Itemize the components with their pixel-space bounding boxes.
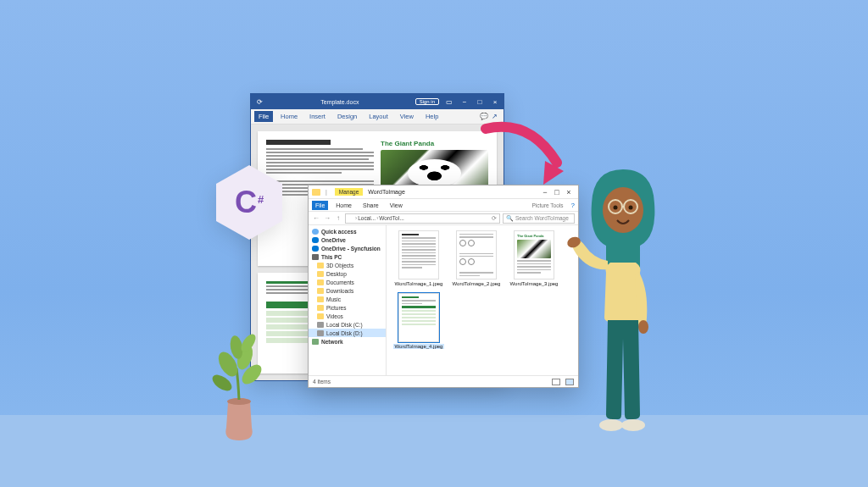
tree-item-3d-objects[interactable]: 3D Objects bbox=[309, 261, 386, 269]
breadcrumb-segment-2[interactable]: WordToI... bbox=[379, 215, 404, 221]
tree-network[interactable]: Network bbox=[309, 337, 386, 346]
svg-point-15 bbox=[599, 419, 623, 431]
explorer-window-title: WordToImage bbox=[368, 189, 404, 195]
tree-item-local-disk-c[interactable]: Local Disk (C:) bbox=[309, 320, 386, 329]
file-label: WordToImage_1.jpeg bbox=[393, 281, 445, 286]
file-label: WordToImage_4.jpeg bbox=[393, 344, 445, 349]
svg-point-12 bbox=[629, 206, 633, 210]
tree-this-pc[interactable]: This PC bbox=[309, 252, 386, 261]
tree-onedrive[interactable]: OneDrive bbox=[309, 235, 386, 244]
explorer-address-bar: ← → ↑ › Local... › WordToI... ⟳ 🔍 Search… bbox=[309, 212, 578, 225]
search-icon: 🔍 bbox=[506, 215, 514, 222]
word-titlebar: ⟳ Template.docx Sign in ▭ − □ × bbox=[251, 94, 504, 109]
word-ribbon-mode-icon[interactable]: ▭ bbox=[444, 98, 454, 106]
explorer-nav-tree[interactable]: Quick access OneDrive OneDrive - Syncfus… bbox=[309, 225, 387, 375]
file-thumb-3[interactable]: The Giant Panda WordToImage_3.jpeg bbox=[509, 230, 559, 286]
svg-point-16 bbox=[621, 419, 645, 431]
file-explorer-window: | Manage WordToImage − □ × File Home Sha… bbox=[308, 185, 579, 388]
explorer-contextual-tab[interactable]: Picture Tools bbox=[528, 201, 566, 210]
explorer-tab-home[interactable]: Home bbox=[332, 201, 355, 210]
explorer-up-button[interactable]: ↑ bbox=[334, 214, 342, 223]
word-minimize-button[interactable]: − bbox=[459, 98, 470, 106]
file-label: WordToImage_3.jpeg bbox=[509, 281, 560, 286]
plant-decoration bbox=[201, 322, 277, 440]
word-tab-insert[interactable]: Insert bbox=[305, 111, 330, 122]
word-tab-layout[interactable]: Layout bbox=[364, 111, 392, 122]
breadcrumb-segment-1[interactable]: Local... bbox=[358, 215, 376, 221]
character-illustration bbox=[564, 161, 682, 440]
tree-item-downloads[interactable]: Downloads bbox=[309, 286, 386, 295]
file-thumb-1[interactable]: WordToImage_1.jpeg bbox=[393, 230, 444, 286]
tree-item-music[interactable]: Music bbox=[309, 295, 386, 303]
word-ribbon: File Home Insert Design Layout View Help… bbox=[251, 109, 504, 125]
tree-item-local-disk-d[interactable]: Local Disk (D:) bbox=[309, 329, 386, 337]
explorer-status-bar: 4 items bbox=[309, 375, 578, 387]
tree-item-videos[interactable]: Videos bbox=[309, 312, 386, 320]
svg-point-11 bbox=[614, 206, 618, 210]
explorer-refresh-icon[interactable]: ⟳ bbox=[492, 215, 497, 222]
floor bbox=[0, 415, 868, 487]
file-label: WordToImage_2.jpeg bbox=[451, 281, 503, 286]
tree-quick-access[interactable]: Quick access bbox=[309, 227, 386, 235]
word-autosave-icon[interactable]: ⟳ bbox=[254, 98, 264, 106]
word-heading-panda: The Giant Panda bbox=[381, 140, 488, 147]
csharp-badge: C # bbox=[216, 165, 282, 240]
view-details-icon[interactable] bbox=[552, 379, 560, 385]
search-placeholder: Search WordToImage bbox=[515, 215, 569, 221]
explorer-manage-tab[interactable]: Manage bbox=[335, 188, 364, 196]
status-item-count: 4 items bbox=[313, 379, 331, 385]
word-tab-view[interactable]: View bbox=[396, 111, 418, 122]
explorer-file-pane[interactable]: WordToImage_1.jpeg WordToImage_2.jpeg Th… bbox=[387, 225, 578, 375]
word-share-icon[interactable]: ↗ bbox=[492, 113, 500, 121]
word-tab-home[interactable]: Home bbox=[276, 111, 302, 122]
word-comments-icon[interactable]: 💬 bbox=[480, 113, 488, 121]
tree-item-pictures[interactable]: Pictures bbox=[309, 303, 386, 312]
explorer-breadcrumb[interactable]: › Local... › WordToI... ⟳ bbox=[345, 213, 500, 224]
svg-point-14 bbox=[638, 320, 648, 334]
word-maximize-button[interactable]: □ bbox=[475, 98, 485, 106]
tree-onedrive-syncfusion[interactable]: OneDrive - Syncfusion bbox=[309, 244, 386, 252]
explorer-back-button[interactable]: ← bbox=[312, 214, 320, 223]
word-signin-button[interactable]: Sign in bbox=[415, 98, 439, 105]
explorer-ribbon: File Home Share View Picture Tools ? bbox=[309, 199, 578, 212]
word-tab-file[interactable]: File bbox=[254, 111, 273, 122]
explorer-tab-file[interactable]: File bbox=[312, 201, 328, 210]
explorer-tab-view[interactable]: View bbox=[387, 201, 406, 210]
word-tab-design[interactable]: Design bbox=[333, 111, 361, 122]
file-thumb-4[interactable]: WordToImage_4.jpeg bbox=[393, 293, 444, 349]
tree-item-documents[interactable]: Documents bbox=[309, 278, 386, 286]
word-tab-help[interactable]: Help bbox=[421, 111, 442, 122]
word-doc-title: Template.docx bbox=[270, 99, 410, 105]
explorer-forward-button[interactable]: → bbox=[323, 214, 331, 223]
csharp-letter: C bbox=[235, 185, 257, 220]
word-close-button[interactable]: × bbox=[490, 98, 500, 106]
tree-item-desktop[interactable]: Desktop bbox=[309, 269, 386, 278]
folder-icon bbox=[312, 189, 320, 196]
explorer-tab-share[interactable]: Share bbox=[359, 201, 382, 210]
file-thumb-2[interactable]: WordToImage_2.jpeg bbox=[451, 230, 502, 286]
csharp-sharp: # bbox=[258, 193, 264, 206]
conversion-arrow-icon bbox=[479, 120, 572, 196]
